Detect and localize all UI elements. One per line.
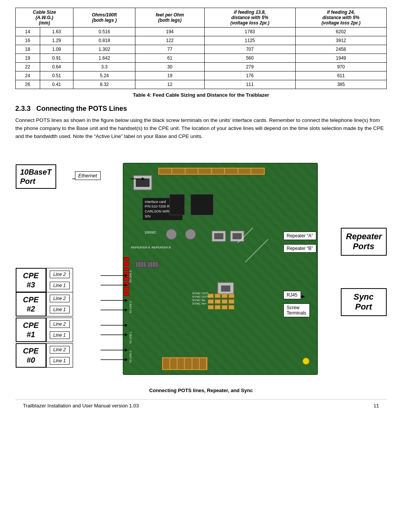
table-cell: 22: [16, 63, 40, 71]
table-cell: 18: [16, 45, 40, 54]
label-repeater-b: Repeater “B”: [283, 244, 317, 253]
pcb-text-cpe1: TO CPE 1: [129, 332, 132, 344]
table-cell: 19: [135, 71, 204, 80]
label-rj45-text: RJ45: [287, 292, 298, 298]
table-caption: Table 4: Feed Cable Sizing and Distance …: [15, 92, 387, 98]
cpe1-label: CPE#1: [16, 318, 46, 342]
table-cell: 279: [204, 63, 295, 71]
table-cell: 0.818: [73, 36, 135, 45]
table-cell: 1.09: [40, 45, 73, 54]
table-cell: 77: [135, 45, 204, 54]
table-cell: 1.642: [73, 54, 135, 63]
cpe3-label: CPE#3: [16, 268, 46, 292]
label-repeater-a-text: Repeater “A”: [287, 233, 313, 238]
table-cell: 560: [204, 54, 295, 63]
table-cell: 8.32: [73, 80, 135, 89]
label-sync-port-text: Sync Port: [353, 292, 374, 311]
table-cell: 1.29: [40, 36, 73, 45]
table-cell: 3.3: [73, 63, 135, 71]
bottom-connector: [162, 357, 208, 370]
cpe2-label: CPE#2: [16, 292, 46, 316]
table-cell: 26: [16, 80, 40, 89]
footer-right: 11: [374, 403, 379, 409]
cpe0-label: CPE#0: [16, 343, 46, 368]
label-repeater-b-text: Repeater “B”: [287, 246, 313, 251]
table-cell: 1.302: [73, 45, 135, 54]
table-cell: 19: [16, 54, 40, 63]
table-cell: 12: [135, 80, 204, 89]
table-cell: 5.24: [73, 71, 135, 80]
table-cell: 1949: [295, 54, 386, 63]
table-cell: 385: [295, 80, 386, 89]
cpe1-group: CPE#1 Line 2 Line 1: [16, 318, 73, 342]
cpe0-group: CPE#0 Line 2 Line 1: [16, 343, 73, 368]
sync-rj45-port: [217, 282, 234, 295]
page-footer: Trailblazer Installation and User Manual…: [15, 399, 387, 409]
table-cell: 1125: [204, 36, 295, 45]
label-repeater-a: Repeater “A”: [283, 232, 317, 240]
table-cell: 0.51: [40, 71, 73, 80]
diagram-container: Interface cardP/N 610-7200 RevCARLSON WI…: [16, 148, 387, 384]
table-cell: 111: [204, 80, 295, 89]
cpe1-line1: Line 1: [50, 331, 70, 339]
section-body: Connect POTS lines as shown in the figur…: [15, 117, 387, 141]
table-cell: 176: [204, 71, 295, 80]
table-cell: 0.64: [40, 63, 73, 71]
pcb-text-sync: SYNC OUT-SYNC OUT+SYNC IN-SYNC IN+: [192, 292, 210, 305]
table-cell: 970: [295, 63, 386, 71]
label-ethernet: Ethernet: [75, 171, 101, 180]
table-cell: 707: [204, 45, 295, 54]
cpe0-line2: Line 2: [50, 346, 70, 354]
label-screw-terminals-text: Screw Terminals: [287, 305, 306, 316]
figure-caption: Connecting POTS lines, Repeater, and Syn…: [15, 388, 387, 393]
cpe3-line1: Line 1: [50, 282, 70, 289]
dip-switches: [135, 261, 159, 268]
cpe1-lines: Line 2 Line 1: [46, 318, 73, 342]
label-rj45: RJ45: [283, 291, 301, 299]
col-header-ohms: Ohms/100ft(both legs ): [73, 8, 135, 28]
cpe2-lines: Line 2 Line 1: [46, 292, 73, 316]
table-cell: 0.91: [40, 54, 73, 63]
cpe3-group: CPE#3 Line 2 Line 1: [16, 268, 73, 292]
section-title: Connecting the POTS Lines: [36, 105, 127, 112]
table-cell: 0.516: [73, 28, 135, 36]
pcb-sn: 100062: [145, 230, 156, 234]
circular-components: [166, 229, 196, 240]
table-cell: 2458: [295, 45, 386, 54]
pcb-text-cpe2: TO CPE 2: [129, 301, 132, 313]
section-number: 2.3.3: [15, 105, 31, 112]
label-repeater-ports: Repeater Ports: [341, 228, 387, 256]
label-sync-port: Sync Port: [341, 288, 387, 316]
cpe3-line2: Line 2: [50, 271, 70, 278]
col-header-24v: if feeding 24,distance with 5%(voltage l…: [295, 8, 386, 28]
ic-chips: [169, 194, 213, 215]
table-cell: 0.41: [40, 80, 73, 89]
table-cell: 14: [16, 28, 40, 36]
footer-left: Trailblazer Installation and User Manual…: [23, 403, 139, 409]
label-repeater-ports-text: Repeater Ports: [346, 232, 382, 251]
table-cell: 61: [135, 54, 204, 63]
cpe0-line1: Line 1: [50, 357, 70, 365]
col-header-feet-per-ohm: feet per Ohm(both legs): [135, 8, 204, 28]
screw-terminals-visual: [208, 294, 234, 310]
cpe2-line2: Line 2: [50, 295, 70, 302]
pcb-text-repeater: REPEATER A REPEATER B: [131, 246, 171, 249]
label-10base-text: 10BaseT Port: [20, 168, 52, 185]
cpe-screw-terminals: [124, 257, 129, 296]
repeater-ports-connectors: [212, 230, 244, 242]
cpe2-line1: Line 1: [50, 306, 70, 313]
table-cell: 194: [135, 28, 204, 36]
cpe1-line2: Line 2: [50, 320, 70, 328]
table-cell: 24: [16, 71, 40, 80]
col-header-13v: if feeding 13.8,distance with 5%(voltage…: [204, 8, 295, 28]
top-connector-strip: [158, 167, 265, 175]
label-ethernet-text: Ethernet: [78, 173, 97, 178]
cable-sizing-table: Cable Size(A.W.G.)(mm) Ohms/100ft(both l…: [15, 8, 387, 89]
table-cell: 3912: [295, 36, 386, 45]
table-cell: 1783: [204, 28, 295, 36]
label-screw-terminals: Screw Terminals: [283, 303, 310, 317]
section-heading: 2.3.3 Connecting the POTS Lines: [15, 105, 387, 113]
cpe3-lines: Line 2 Line 1: [46, 268, 73, 292]
table-cell: 16: [16, 36, 40, 45]
col-header-cable-size: Cable Size(A.W.G.)(mm): [16, 8, 73, 28]
